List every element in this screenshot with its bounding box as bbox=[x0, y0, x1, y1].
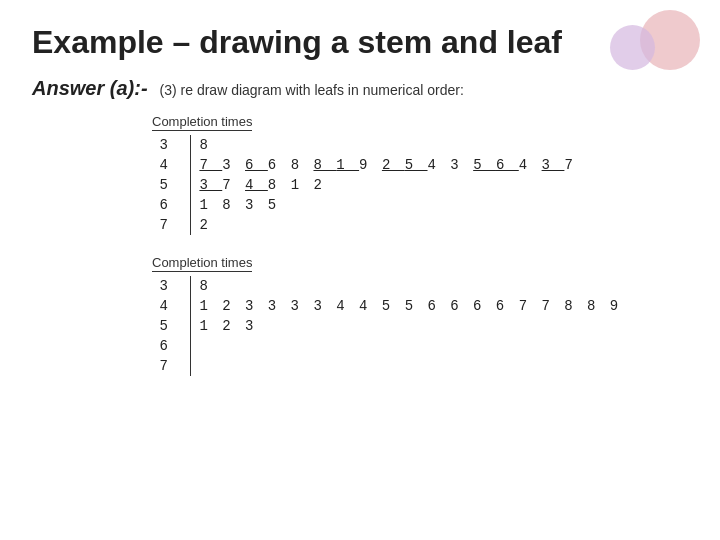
stem-cell: 7 bbox=[152, 356, 176, 376]
stem-cell: 7 bbox=[152, 215, 176, 235]
leaf-cell: 2 bbox=[191, 215, 580, 235]
section2: Completion times 3 84 1 2 3 3 3 3 4 4 5 … bbox=[152, 253, 688, 376]
stem-cell: 3 bbox=[152, 135, 176, 155]
divider-cell bbox=[176, 195, 191, 215]
divider-cell bbox=[176, 155, 191, 175]
leaf-cell: 8 bbox=[191, 276, 625, 296]
divider-cell bbox=[176, 336, 191, 356]
table-row: 3 8 bbox=[152, 276, 625, 296]
answer-instruction: (3) re draw diagram with leafs in numeri… bbox=[160, 82, 464, 98]
divider-cell bbox=[176, 276, 191, 296]
page-title: Example – drawing a stem and leaf bbox=[32, 24, 688, 61]
table-row: 5 3 7 4 8 1 2 bbox=[152, 175, 580, 195]
divider-cell bbox=[176, 215, 191, 235]
circle-medium bbox=[610, 25, 655, 70]
stem-cell: 3 bbox=[152, 276, 176, 296]
table-row: 3 8 bbox=[152, 135, 580, 155]
leaf-cell: 7 3 6 6 8 8 1 9 2 5 4 3 5 6 4 3 7 bbox=[191, 155, 580, 175]
table-row: 7 2 bbox=[152, 215, 580, 235]
leaf-cell: 1 2 3 3 3 3 4 4 5 5 6 6 6 6 7 7 8 8 9 bbox=[191, 296, 625, 316]
section2-title: Completion times bbox=[152, 255, 252, 272]
table-row: 5 1 2 3 bbox=[152, 316, 625, 336]
table-row: 6 bbox=[152, 336, 625, 356]
stem-cell: 6 bbox=[152, 336, 176, 356]
stem-cell: 6 bbox=[152, 195, 176, 215]
section1: Completion times 3 84 7 3 6 6 8 8 1 9 2 … bbox=[152, 112, 688, 235]
stem-cell: 4 bbox=[152, 296, 176, 316]
table-row: 4 7 3 6 6 8 8 1 9 2 5 4 3 5 6 4 3 7 bbox=[152, 155, 580, 175]
leaf-cell: 8 bbox=[191, 135, 580, 155]
leaf-cell bbox=[191, 356, 625, 376]
table-row: 7 bbox=[152, 356, 625, 376]
leaf-cell: 1 8 3 5 bbox=[191, 195, 580, 215]
table-row: 6 1 8 3 5 bbox=[152, 195, 580, 215]
divider-cell bbox=[176, 356, 191, 376]
stem-cell: 4 bbox=[152, 155, 176, 175]
section1-title: Completion times bbox=[152, 114, 252, 131]
divider-cell bbox=[176, 296, 191, 316]
divider-cell bbox=[176, 316, 191, 336]
leaf-cell bbox=[191, 336, 625, 356]
leaf-cell: 1 2 3 bbox=[191, 316, 625, 336]
divider-cell bbox=[176, 135, 191, 155]
stem-cell: 5 bbox=[152, 175, 176, 195]
divider-cell bbox=[176, 175, 191, 195]
answer-label: Answer (a):- bbox=[32, 77, 148, 100]
section2-table: 3 84 1 2 3 3 3 3 4 4 5 5 6 6 6 6 7 7 8 8… bbox=[152, 276, 625, 376]
table-row: 4 1 2 3 3 3 3 4 4 5 5 6 6 6 6 7 7 8 8 9 bbox=[152, 296, 625, 316]
leaf-cell: 3 7 4 8 1 2 bbox=[191, 175, 580, 195]
page: Example – drawing a stem and leaf Answer… bbox=[0, 0, 720, 540]
stem-cell: 5 bbox=[152, 316, 176, 336]
answer-line: Answer (a):- (3) re draw diagram with le… bbox=[32, 77, 688, 100]
section1-table: 3 84 7 3 6 6 8 8 1 9 2 5 4 3 5 6 4 3 7 5… bbox=[152, 135, 580, 235]
